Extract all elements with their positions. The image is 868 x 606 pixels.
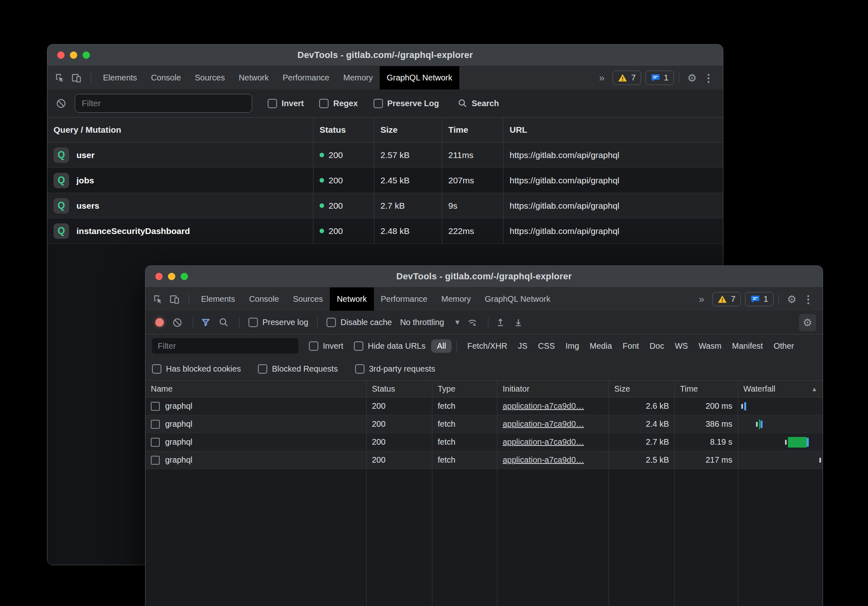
tab-elements[interactable]: Elements xyxy=(96,66,144,89)
block-icon[interactable] xyxy=(56,98,67,109)
network-settings-button[interactable]: ⚙ xyxy=(799,314,816,331)
checkbox-blocked-requests[interactable]: Blocked Requests xyxy=(258,364,338,374)
issues-badge[interactable]: 1 xyxy=(645,71,674,85)
row-checkbox[interactable] xyxy=(151,438,160,447)
query-name: user xyxy=(76,150,94,160)
network-request-row[interactable]: graphql200fetchapplication-a7ca9d0…2.5 k… xyxy=(145,451,823,469)
column-header-status[interactable]: Status xyxy=(366,381,432,397)
tab-network[interactable]: Network xyxy=(232,66,275,89)
tab-network[interactable]: Network xyxy=(330,287,374,311)
record-network-log-button[interactable] xyxy=(152,315,167,330)
network-request-row[interactable]: graphql200fetchapplication-a7ca9d0…2.7 k… xyxy=(145,433,823,451)
graphql-request-row[interactable]: Qusers2002.7 kB9shttps://gitlab.com/api/… xyxy=(47,193,723,218)
close-button[interactable] xyxy=(57,51,65,59)
kebab-menu-icon[interactable]: ⋮ xyxy=(803,294,814,305)
warnings-badge[interactable]: 7 xyxy=(712,292,740,306)
initiator-link[interactable]: application-a7ca9d0… xyxy=(503,455,584,465)
tab-sources[interactable]: Sources xyxy=(188,66,232,89)
throttling-dropdown[interactable]: No throttling ▼ xyxy=(400,318,461,327)
type-filter-js[interactable]: JS xyxy=(512,339,532,353)
network-request-row[interactable]: graphql200fetchapplication-a7ca9d0…2.4 k… xyxy=(145,415,823,433)
checkbox-preserve-log[interactable]: Preserve log xyxy=(248,318,308,327)
network-filter-input[interactable] xyxy=(152,338,298,354)
minimize-button[interactable] xyxy=(70,51,77,59)
network-request-row[interactable]: graphql200fetchapplication-a7ca9d0…2.6 k… xyxy=(145,397,823,415)
type-filter-wasm[interactable]: Wasm xyxy=(693,339,727,353)
type-filter-font[interactable]: Font xyxy=(617,339,644,353)
tab-sources[interactable]: Sources xyxy=(286,287,330,311)
tab-console[interactable]: Console xyxy=(242,287,286,311)
kebab-menu-icon[interactable]: ⋮ xyxy=(703,73,714,83)
column-header-size[interactable]: Size xyxy=(374,118,442,142)
tab-performance[interactable]: Performance xyxy=(374,287,435,311)
column-header-size[interactable]: Size xyxy=(608,381,674,397)
graphql-request-row[interactable]: QinstanceSecurityDashboard2002.48 kB222m… xyxy=(47,218,723,244)
checkbox-preserve-log[interactable]: Preserve Log xyxy=(374,99,439,108)
filter-funnel-icon[interactable] xyxy=(198,315,213,330)
type-filter-other[interactable]: Other xyxy=(768,339,799,353)
search-control[interactable]: Search xyxy=(458,98,499,108)
type-filter-manifest[interactable]: Manifest xyxy=(727,339,768,353)
issues-badge[interactable]: 1 xyxy=(745,292,774,306)
type-filter-all[interactable]: All xyxy=(431,339,452,353)
type-filter-css[interactable]: CSS xyxy=(533,339,560,353)
settings-gear-icon[interactable]: ⚙ xyxy=(687,73,697,83)
search-icon[interactable] xyxy=(216,315,231,330)
type-filter-fetch-xhr[interactable]: Fetch/XHR xyxy=(462,339,512,353)
column-header-waterfall[interactable]: Waterfall▲ xyxy=(738,381,823,397)
type-filter-ws[interactable]: WS xyxy=(669,339,693,353)
row-checkbox[interactable] xyxy=(151,402,160,411)
checkbox-has-blocked-cookies[interactable]: Has blocked cookies xyxy=(152,364,241,374)
column-header-url[interactable]: URL xyxy=(503,118,723,142)
cell-url: https://gitlab.com/api/graphql xyxy=(503,193,723,218)
inspect-element-icon[interactable] xyxy=(53,71,67,85)
column-header-type[interactable]: Type xyxy=(432,381,497,397)
checkbox-invert[interactable]: Invert xyxy=(309,341,343,351)
inspect-element-icon[interactable] xyxy=(151,292,165,306)
row-checkbox[interactable] xyxy=(151,420,160,429)
import-har-icon[interactable] xyxy=(493,315,508,330)
column-header-name[interactable]: Name xyxy=(145,381,366,397)
close-button[interactable] xyxy=(155,273,163,280)
tab-memory[interactable]: Memory xyxy=(336,66,380,89)
device-toolbar-icon[interactable] xyxy=(168,292,181,306)
column-header-time[interactable]: Time xyxy=(442,118,503,142)
initiator-link[interactable]: application-a7ca9d0… xyxy=(503,401,584,411)
filter-input[interactable] xyxy=(75,94,252,113)
initiator-link[interactable]: application-a7ca9d0… xyxy=(503,419,584,429)
tab-graphql-network[interactable]: GraphQL Network xyxy=(380,66,459,89)
tab-elements[interactable]: Elements xyxy=(194,287,242,311)
checkbox-regex[interactable]: Regex xyxy=(319,99,358,108)
graphql-request-row[interactable]: Qjobs2002.45 kB207mshttps://gitlab.com/a… xyxy=(47,168,723,193)
column-header-query-mutation[interactable]: Query / Mutation xyxy=(47,118,313,142)
graphql-request-row[interactable]: Quser2002.57 kB211mshttps://gitlab.com/a… xyxy=(47,143,723,168)
settings-gear-icon[interactable]: ⚙ xyxy=(787,294,796,305)
column-header-initiator[interactable]: Initiator xyxy=(497,381,608,397)
clear-network-log-icon[interactable] xyxy=(170,315,185,330)
tab-graphql-network[interactable]: GraphQL Network xyxy=(478,287,557,311)
checkbox-invert[interactable]: Invert xyxy=(268,99,304,108)
checkbox-hide-data-urls[interactable]: Hide data URLs xyxy=(354,341,425,351)
tab-memory[interactable]: Memory xyxy=(434,287,478,311)
type-filter-doc[interactable]: Doc xyxy=(644,339,670,353)
row-checkbox[interactable] xyxy=(151,456,160,465)
more-tabs-icon[interactable]: » xyxy=(599,73,604,83)
type-filter-img[interactable]: Img xyxy=(560,339,584,353)
checkbox-3rd-party-requests[interactable]: 3rd-party requests xyxy=(355,364,435,374)
more-tabs-icon[interactable]: » xyxy=(699,294,704,304)
zoom-button[interactable] xyxy=(83,51,90,59)
warnings-badge[interactable]: 7 xyxy=(613,71,641,85)
zoom-button[interactable] xyxy=(181,273,188,280)
export-har-icon[interactable] xyxy=(511,315,526,330)
cell-url: https://gitlab.com/api/graphql xyxy=(503,143,723,167)
tab-console[interactable]: Console xyxy=(144,66,188,89)
initiator-link[interactable]: application-a7ca9d0… xyxy=(503,437,584,447)
checkbox-disable-cache[interactable]: Disable cache xyxy=(327,318,392,327)
device-toolbar-icon[interactable] xyxy=(69,71,83,85)
tab-performance[interactable]: Performance xyxy=(276,66,337,89)
column-header-time[interactable]: Time xyxy=(674,381,738,397)
column-header-status[interactable]: Status xyxy=(313,118,374,142)
minimize-button[interactable] xyxy=(168,273,175,280)
type-filter-media[interactable]: Media xyxy=(584,339,617,353)
network-conditions-icon[interactable] xyxy=(465,315,480,330)
